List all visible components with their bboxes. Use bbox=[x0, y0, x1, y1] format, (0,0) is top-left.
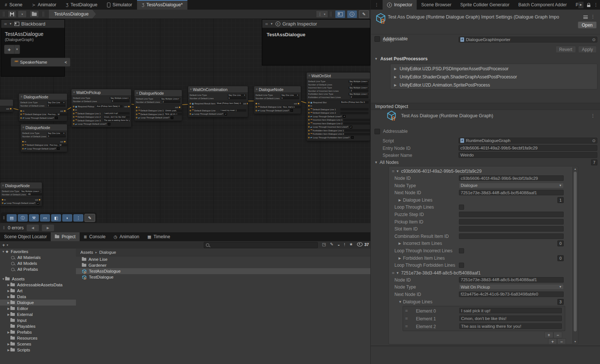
drag-handle-icon[interactable]: = bbox=[265, 21, 268, 27]
tree-item-data[interactable]: ▶Data bbox=[0, 294, 76, 300]
asset-item-testassdialogue[interactable]: {}TestAssDialogue bbox=[76, 268, 370, 274]
parameter-field[interactable]: 2 bbox=[350, 90, 369, 92]
project-asset-list[interactable]: Assets ▸ Dialogue Anne LiseGardener{}Tes… bbox=[76, 249, 370, 364]
tree-item-all-prefabs[interactable]: All Prefabs bbox=[0, 266, 76, 272]
text-field[interactable] bbox=[459, 212, 564, 217]
field-port-icon[interactable] bbox=[20, 114, 22, 115]
drag-handle-icon[interactable]: = bbox=[392, 270, 394, 276]
input-port-icon[interactable] bbox=[308, 105, 310, 107]
inspector-kebab-icon[interactable]: ⋮ bbox=[594, 2, 598, 7]
add-element-button[interactable]: + bbox=[544, 332, 553, 338]
postprocessor-item[interactable]: ▶UnityEditor.U2D.PSD.PSDImporterAssetPos… bbox=[390, 65, 597, 73]
save-button[interactable] bbox=[8, 10, 16, 18]
tree-item-input[interactable]: Input bbox=[0, 317, 76, 323]
window-kebab-icon[interactable]: ⋮ bbox=[371, 0, 383, 10]
toolbar-handle[interactable] bbox=[3, 11, 4, 17]
graph-inspector-panel[interactable]: = ▼ i Graph Inspector TestAssDialogue bbox=[262, 19, 370, 65]
graph-node-dialoguenode[interactable]: ≡DialogueNodeDefault Line TypeSay One Li… bbox=[20, 124, 67, 152]
inspector-tab-batch-component-adder[interactable]: Batch Component Adder bbox=[514, 0, 571, 10]
object-field[interactable]: Axe (Pickup Item Data) ⊙ bbox=[96, 105, 122, 108]
foldout-arrow-icon[interactable]: ▶ bbox=[7, 301, 10, 304]
breadcrumb-folder[interactable]: Dialogue bbox=[99, 250, 116, 255]
field-port-icon[interactable] bbox=[22, 148, 24, 149]
field-value[interactable] bbox=[344, 133, 370, 135]
field-value[interactable] bbox=[340, 112, 369, 114]
graph-options-button[interactable]: ⋮▼ bbox=[316, 10, 328, 18]
star-icon[interactable]: ★ bbox=[349, 242, 353, 247]
tree-item-art[interactable]: ▶Art bbox=[0, 288, 76, 294]
element-value-field[interactable]: The ass is waiting there for you! bbox=[459, 323, 562, 329]
object-field[interactable]: Meat (Pickup Item Data) ⊙ bbox=[216, 102, 243, 105]
create-asset-button[interactable]: +▼ bbox=[2, 242, 9, 248]
field-port-icon[interactable] bbox=[73, 123, 74, 125]
minibar-blackboard-icon[interactable]: ◧ bbox=[51, 214, 61, 222]
text-field[interactable] bbox=[459, 233, 564, 239]
parameter-field[interactable]: 1 bbox=[47, 135, 66, 138]
foldout-arrow-icon[interactable]: ▶ bbox=[7, 307, 10, 310]
dropdown-field[interactable]: Wait On Pickup▼ bbox=[459, 284, 564, 290]
field-port-icon[interactable] bbox=[22, 144, 24, 146]
asset-breadcrumb[interactable]: Assets ▸ Dialogue bbox=[76, 249, 370, 256]
field-port-icon[interactable] bbox=[73, 113, 74, 114]
foldout-arrow-icon[interactable]: ▶ bbox=[7, 331, 10, 334]
scroll-up-icon[interactable]: ▲ bbox=[573, 168, 577, 170]
foldout-arrow-icon[interactable]: ▼ bbox=[399, 300, 402, 304]
parameter-dropdown[interactable]: Say One Line▼ bbox=[47, 101, 66, 104]
add-variable-dropdown[interactable]: ▼ bbox=[14, 45, 20, 54]
asset-item-testdialogue[interactable]: {}TestDialogue bbox=[76, 274, 370, 280]
minibar-kebab-icon[interactable]: ⋮ bbox=[73, 214, 83, 222]
package-edit-icon[interactable]: ✎ bbox=[330, 242, 333, 247]
collapse-icon[interactable]: ▼ bbox=[9, 22, 12, 26]
output-port-icon[interactable] bbox=[64, 141, 66, 142]
output-port-icon[interactable] bbox=[39, 199, 40, 200]
graph-node-waitonslot[interactable]: ≡WaitOnSlotDefault Line TypeSay Multiple… bbox=[306, 72, 370, 141]
object-picker-icon[interactable]: ⊙ bbox=[592, 138, 596, 143]
foldout-arrow-icon[interactable]: ▶ bbox=[7, 348, 10, 352]
field-value[interactable]: The ass is waiting there for y bbox=[103, 119, 130, 122]
collapse-chevron-icon[interactable]: < bbox=[65, 60, 67, 64]
field-port-icon[interactable] bbox=[136, 114, 137, 115]
field-port-icon[interactable] bbox=[73, 116, 74, 118]
node-group-header[interactable]: =▼c93b5606-401f-49a2-99b5-9ecbf1fa9c29 bbox=[389, 168, 573, 175]
object-field[interactable]: Bonfire (Pickup Item Da ⊙ bbox=[340, 101, 369, 104]
breadcrumb[interactable]: TestAssDialogue bbox=[49, 10, 96, 18]
field-port-icon[interactable] bbox=[308, 109, 310, 110]
drag-handle-icon[interactable]: = bbox=[405, 316, 408, 321]
checkbox[interactable] bbox=[459, 248, 464, 253]
postprocessors-foldout[interactable]: ▼ Asset PostProcessors bbox=[374, 56, 427, 61]
blackboard-variable[interactable]: ”” SpeakerName < bbox=[11, 58, 70, 67]
parameter-field[interactable]: 1 bbox=[281, 97, 299, 100]
input-port-icon[interactable] bbox=[256, 103, 257, 104]
field-value[interactable]: Cmon, don't be like this! bbox=[103, 116, 130, 118]
project-folder-tree[interactable]: ▼★FavoritesAll MaterialsAll ModelsAll Pr… bbox=[0, 249, 76, 364]
field-port-icon[interactable] bbox=[73, 106, 74, 107]
tree-item-external[interactable]: ▶External bbox=[0, 311, 76, 317]
field-value[interactable]: Now, go on, t bbox=[164, 113, 182, 115]
checkbox[interactable] bbox=[290, 109, 293, 112]
drag-handle-icon[interactable]: = bbox=[405, 308, 408, 313]
foldout-arrow-icon[interactable]: ▶ bbox=[7, 295, 10, 299]
remove-element-button[interactable]: − bbox=[553, 332, 562, 338]
checkbox[interactable] bbox=[55, 117, 58, 119]
input-port-icon[interactable] bbox=[22, 141, 24, 142]
graph-node-dialoguenode[interactable]: ≡DialogueNodeDefault Line TypeSay One Li… bbox=[254, 86, 301, 114]
drag-handle-icon[interactable]: ‖ bbox=[3, 215, 5, 220]
postprocessor-item[interactable]: ▶UnityEditor.U2D.Animation.SpritePostPro… bbox=[390, 81, 597, 89]
tree-item-scenes[interactable]: ▶Scenes bbox=[0, 341, 76, 347]
alert-icon[interactable]: ! bbox=[344, 242, 345, 247]
minibar-doc-icon[interactable]: ▤ bbox=[7, 214, 17, 222]
field-port-icon[interactable] bbox=[308, 112, 310, 114]
field-value[interactable]: Psst boy... W bbox=[49, 144, 67, 146]
foldout-arrow-icon[interactable]: ▶ bbox=[399, 256, 401, 260]
tree-item-all-materials[interactable]: All Materials bbox=[0, 255, 76, 260]
tree-item-assets[interactable]: ▼Assets bbox=[0, 276, 76, 282]
tab-testassdialogue[interactable]: ƷTestAssDialogue* bbox=[137, 0, 188, 10]
field-port-icon[interactable] bbox=[136, 110, 137, 111]
header-kebab-icon[interactable]: ⋮ bbox=[591, 113, 595, 118]
breadcrumb-root[interactable]: Assets bbox=[80, 250, 93, 255]
parameter-dropdown[interactable]: Say One Line▼ bbox=[228, 94, 246, 97]
tab-testdialogue[interactable]: ƷTestDialogue bbox=[61, 0, 102, 10]
add-variable-button[interactable]: + bbox=[4, 45, 14, 54]
project-search[interactable] bbox=[204, 242, 318, 248]
graph-node-dialoguenode[interactable]: ≡DialogueNodeDefault Line TypeSay One Li… bbox=[19, 93, 67, 121]
